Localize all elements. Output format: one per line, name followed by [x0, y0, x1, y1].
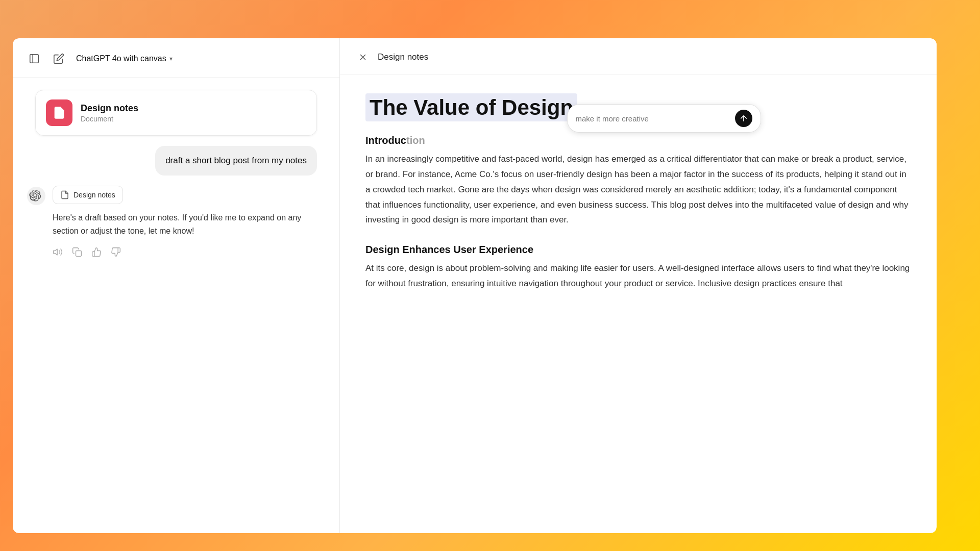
section2: Design Enhances User Experience At its c…: [365, 244, 911, 291]
ai-response-row: Design notes Here's a draft based on you…: [25, 186, 327, 258]
doc-badge-icon: [60, 190, 69, 199]
ai-response-text: Here's a draft based on your notes. If y…: [53, 211, 325, 238]
doc-icon-wrapper: [46, 99, 72, 126]
section2-text: At its core, design is about problem-sol…: [365, 261, 911, 291]
thumbs-up-icon[interactable]: [91, 247, 102, 257]
user-message-text: draft a short blog post from my notes: [165, 154, 307, 167]
design-notes-badge[interactable]: Design notes: [53, 186, 123, 204]
right-panel: Design notes make it more creative The V…: [339, 38, 937, 533]
right-header: Design notes: [340, 38, 937, 74]
card-title: Design notes: [81, 103, 138, 114]
new-chat-icon[interactable]: [50, 49, 68, 68]
user-message-bubble: draft a short blog post from my notes: [155, 146, 317, 176]
svg-rect-7: [76, 251, 82, 257]
left-header: ChatGPT 4o with canvas ▾: [13, 38, 339, 78]
ai-response-body: Design notes Here's a draft based on you…: [53, 186, 325, 258]
right-content: make it more creative The Value of Desig…: [340, 74, 937, 533]
inline-edit-input[interactable]: make it more creative: [576, 114, 730, 123]
left-panel: ChatGPT 4o with canvas ▾: [13, 38, 339, 533]
chat-body: Design notes Document draft a short blog…: [13, 78, 339, 533]
intro-section: Introduction In an increasingly competit…: [365, 135, 911, 228]
svg-rect-0: [30, 55, 39, 63]
badge-label: Design notes: [74, 191, 115, 199]
chevron-down-icon: ▾: [169, 55, 173, 62]
sidebar-toggle-icon[interactable]: [25, 49, 43, 68]
right-panel-title: Design notes: [378, 52, 428, 62]
thumbs-down-icon[interactable]: [111, 247, 121, 257]
design-notes-card[interactable]: Design notes Document: [35, 90, 317, 136]
intro-heading: Introduction: [365, 135, 911, 146]
model-name: ChatGPT 4o with canvas: [76, 54, 166, 63]
copy-icon[interactable]: [72, 247, 82, 257]
model-selector[interactable]: ChatGPT 4o with canvas ▾: [76, 54, 173, 63]
card-subtitle: Document: [81, 115, 138, 123]
card-text-group: Design notes Document: [81, 103, 138, 123]
close-button[interactable]: [355, 49, 371, 65]
inline-edit-bar: make it more creative: [567, 104, 761, 133]
app-window: ChatGPT 4o with canvas ▾: [13, 38, 937, 533]
svg-marker-6: [54, 249, 58, 255]
action-icons: [53, 247, 325, 257]
intro-text: In an increasingly competitive and fast-…: [365, 152, 911, 228]
document-icon: [52, 106, 66, 120]
audio-icon[interactable]: [53, 247, 63, 257]
chatgpt-avatar: [27, 187, 45, 205]
inline-send-button[interactable]: [735, 110, 752, 127]
section2-heading: Design Enhances User Experience: [365, 244, 911, 256]
